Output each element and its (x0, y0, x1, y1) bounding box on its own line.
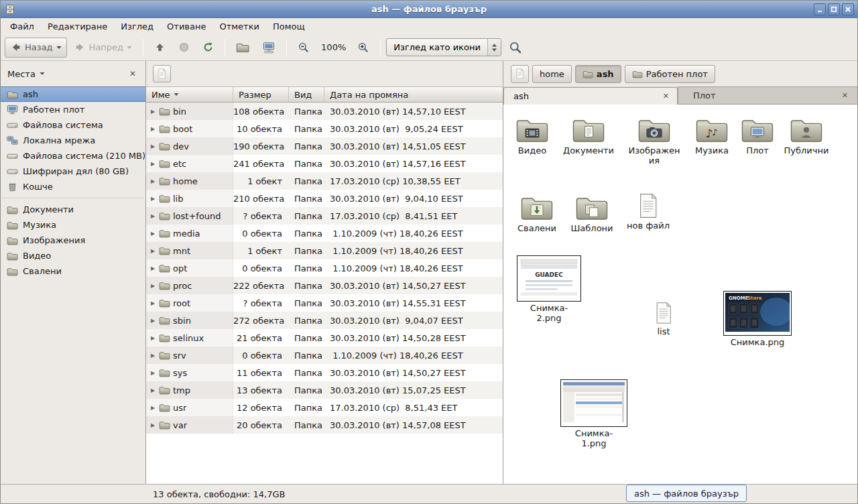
tab-close-icon[interactable]: ✕ (660, 91, 672, 101)
icon-item-desktop-folder[interactable]: Плот (731, 116, 784, 156)
breadcrumb-ash[interactable]: ash (575, 65, 621, 83)
table-row[interactable]: ▶sys11 обектаПапка30.03.2010 (вт) 14,50,… (146, 364, 503, 381)
table-row[interactable]: ▶mnt1 обектПапка 1.10.2009 (чт) 18,40,26… (146, 242, 503, 259)
titlebar[interactable]: ash — файлов браузър (1, 1, 857, 18)
column-header-size[interactable]: Размер (233, 87, 289, 102)
table-row[interactable]: ▶usr12 обектаПапка17.03.2010 (ср) 8,51,4… (146, 399, 503, 416)
table-row[interactable]: ▶media0 обектаПапка 1.10.2009 (чт) 18,40… (146, 225, 503, 242)
zoom-out-button[interactable] (292, 38, 315, 58)
breadcrumb-desktop[interactable]: Работен плот (625, 65, 715, 83)
expander-icon[interactable]: ▶ (149, 405, 156, 411)
icon-item-downloads[interactable]: Свалени (510, 194, 564, 234)
maximize-button[interactable] (828, 3, 840, 15)
expander-icon[interactable]: ▶ (149, 248, 156, 254)
table-row[interactable]: ▶bin108 обектаПапка30.03.2010 (вт) 14,57… (146, 103, 503, 120)
column-header-name[interactable]: Име (146, 87, 233, 102)
sidebar-item-downloads[interactable]: Свалени (1, 263, 145, 279)
icon-item-public[interactable]: Публични (780, 116, 833, 156)
expander-icon[interactable]: ▶ (149, 178, 156, 184)
sidebar-item-pictures[interactable]: Изображения (1, 233, 145, 248)
table-row[interactable]: ▶lib210 обектаПапка30.03.2010 (вт) 9,04,… (146, 190, 503, 207)
sidebar-item-filesystem-210mb[interactable]: Файлова система (210 MB) (1, 148, 145, 164)
table-row[interactable]: ▶var20 обектаПапка30.03.2010 (вт) 14,57,… (146, 416, 503, 434)
computer-button[interactable] (257, 38, 281, 58)
menu-file[interactable]: Файл (3, 19, 41, 34)
table-row[interactable]: ▶lost+found? обектаПапка17.03.2010 (ср) … (146, 207, 503, 225)
sidebar-item-encrypted-80gb[interactable]: Шифриран дял (80 GB) (1, 164, 145, 179)
expander-icon[interactable]: ▶ (149, 213, 156, 219)
icon-item-pictures[interactable]: Изображения (627, 116, 681, 166)
zoom-in-button[interactable] (352, 38, 375, 58)
expander-icon[interactable]: ▶ (149, 109, 156, 115)
breadcrumb-home[interactable]: home (532, 65, 572, 83)
table-row[interactable]: ▶tmp13 обектаПапка30.03.2010 (вт) 15,07,… (146, 381, 503, 399)
search-button[interactable] (503, 38, 528, 58)
column-header-modified[interactable]: Дата на промяна (324, 87, 503, 102)
icon-item-list-file[interactable]: list (637, 301, 690, 337)
table-row[interactable]: ▶root? обектаПапка30.03.2010 (вт) 14,55,… (146, 294, 503, 312)
home-button[interactable] (231, 38, 255, 58)
table-row[interactable]: ▶dev190 обектаПапка30.03.2010 (вт) 14,51… (146, 137, 503, 155)
sidebar-item-desktop[interactable]: Работен плот (1, 102, 145, 117)
table-row[interactable]: ▶sbin272 обектаПапка30.03.2010 (вт) 9,04… (146, 312, 503, 329)
close-button[interactable] (842, 3, 854, 15)
menu-go[interactable]: Отиване (160, 19, 212, 34)
expander-icon[interactable]: ▶ (149, 387, 156, 393)
table-row[interactable]: ▶opt0 обектаПапка 1.10.2009 (чт) 18,40,2… (146, 259, 503, 277)
table-row[interactable]: ▶etc241 обектаПапка30.03.2010 (вт) 14,57… (146, 155, 503, 172)
sidebar-item-music[interactable]: Музика (1, 217, 145, 233)
expander-icon[interactable]: ▶ (149, 370, 156, 376)
sidebar-item-local-network[interactable]: Локална мрежа (1, 133, 145, 148)
expander-icon[interactable]: ▶ (149, 143, 156, 149)
menu-bookmarks[interactable]: Отметки (212, 19, 265, 34)
icon-view[interactable]: Видео Документи Изображения Музика Плот (503, 105, 857, 484)
expander-icon[interactable]: ▶ (149, 318, 156, 324)
expander-icon[interactable]: ▶ (149, 353, 156, 359)
sidebar-item-ash[interactable]: ash (1, 86, 145, 102)
expander-icon[interactable]: ▶ (149, 422, 156, 428)
table-row[interactable]: ▶home1 обектПапка17.03.2010 (ср) 10,38,5… (146, 172, 503, 190)
icon-item-documents[interactable]: Документи (562, 116, 615, 156)
expander-icon[interactable]: ▶ (149, 283, 156, 289)
back-button[interactable]: Назад (5, 38, 67, 58)
view-mode-select[interactable]: Изглед като икони (386, 38, 501, 56)
icon-item-snimka[interactable]: GNOME Store Снимка.png (723, 291, 792, 348)
table-row[interactable]: ▶proc222 обектаПапка30.03.2010 (вт) 14,5… (146, 277, 503, 294)
icon-item-new-file[interactable]: нов файл (621, 192, 675, 231)
chevron-down-icon[interactable] (40, 72, 45, 76)
expander-icon[interactable]: ▶ (149, 335, 156, 341)
expander-icon[interactable]: ▶ (149, 196, 156, 202)
icon-item-video[interactable]: Видео (505, 116, 559, 156)
sidebar-item-filesystem[interactable]: Файлова система (1, 117, 145, 133)
location-toggle-button[interactable] (153, 65, 171, 82)
stop-button[interactable] (173, 38, 195, 58)
expander-icon[interactable]: ▶ (149, 231, 156, 237)
table-row[interactable]: ▶srv0 обектаПапка 1.10.2009 (чт) 18,40,2… (146, 346, 503, 364)
up-button[interactable] (149, 38, 171, 58)
expander-icon[interactable]: ▶ (149, 265, 156, 271)
icon-item-snimka1[interactable]: Снимка-1.png (559, 379, 629, 448)
icon-item-snimka2[interactable]: GUADEC Снимка-2.png (515, 255, 583, 323)
sidebar-close-button[interactable]: ✕ (127, 68, 139, 79)
sidebar-item-trash[interactable]: Кошче (1, 179, 145, 194)
forward-button[interactable]: Напред (69, 38, 137, 58)
menu-help[interactable]: Помощ (266, 19, 312, 34)
column-header-type[interactable]: Вид (289, 87, 324, 102)
tab-plot[interactable]: Плот ✕ (678, 86, 857, 104)
table-row[interactable]: ▶selinux21 обектаПапка30.03.2010 (вт) 14… (146, 329, 503, 346)
minimize-button[interactable] (814, 3, 826, 15)
sidebar-item-documents[interactable]: Документи (1, 202, 145, 217)
expander-icon[interactable]: ▶ (149, 161, 156, 167)
pathbar-icon-button[interactable] (511, 65, 529, 83)
sidebar-item-videos[interactable]: Видео (1, 248, 145, 263)
tab-ash[interactable]: ash ✕ (503, 87, 678, 105)
table-row[interactable]: ▶boot10 обектаПапка30.03.2010 (вт) 9,05,… (146, 120, 503, 137)
menu-view[interactable]: Изглед (114, 19, 160, 34)
menu-edit[interactable]: Редактиране (41, 19, 114, 34)
icon-item-templates[interactable]: Шаблони (565, 194, 619, 234)
sidebar-title[interactable]: Места (7, 69, 36, 79)
expander-icon[interactable]: ▶ (149, 126, 156, 132)
tab-close-icon[interactable]: ✕ (839, 90, 851, 101)
expander-icon[interactable]: ▶ (149, 300, 156, 306)
reload-button[interactable] (197, 38, 219, 58)
